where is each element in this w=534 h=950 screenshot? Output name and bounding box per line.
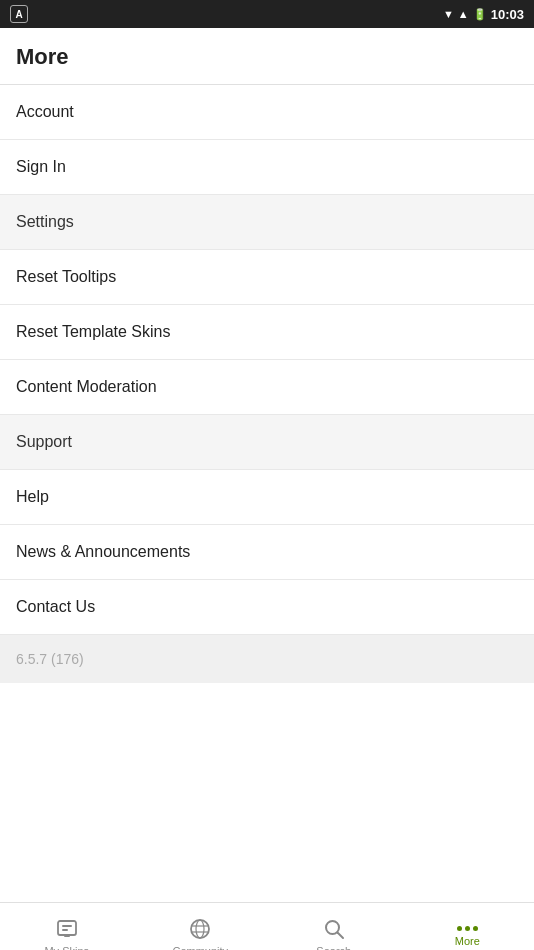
nav-label-search: Search: [316, 945, 351, 951]
menu-item-help[interactable]: Help: [0, 470, 534, 525]
menu-item-support[interactable]: Support: [0, 415, 534, 470]
nav-label-more: More: [455, 935, 480, 947]
status-time: 10:03: [491, 7, 524, 22]
nav-item-my-skins[interactable]: My Skins: [0, 903, 134, 950]
menu-item-content-moderation[interactable]: Content Moderation: [0, 360, 534, 415]
svg-rect-2: [62, 929, 68, 931]
status-bar-right: ▼ ▲ 🔋 10:03: [443, 7, 524, 22]
nav-label-my-skins: My Skins: [44, 945, 89, 951]
svg-point-5: [196, 920, 204, 938]
menu-item-reset-template-skins[interactable]: Reset Template Skins: [0, 305, 534, 360]
menu-list: Account Sign In Settings Reset Tooltips …: [0, 85, 534, 902]
menu-item-news-announcements[interactable]: News & Announcements: [0, 525, 534, 580]
main-content: More Account Sign In Settings Reset Tool…: [0, 28, 534, 902]
community-icon: [188, 917, 212, 941]
svg-point-4: [191, 920, 209, 938]
signal-icon: ▲: [458, 8, 469, 20]
bottom-nav: My Skins Community Search More: [0, 902, 534, 950]
menu-item-account[interactable]: Account: [0, 85, 534, 140]
page-title: More: [0, 28, 534, 85]
version-section: 6.5.7 (176): [0, 635, 534, 683]
a-icon: A: [10, 5, 28, 23]
nav-item-community[interactable]: Community: [134, 903, 268, 950]
nav-item-search[interactable]: Search: [267, 903, 401, 950]
status-bar-left: A: [10, 5, 28, 23]
menu-item-reset-tooltips[interactable]: Reset Tooltips: [0, 250, 534, 305]
version-text: 6.5.7 (176): [16, 651, 84, 667]
more-dots-icon: [457, 926, 478, 931]
search-icon: [322, 917, 346, 941]
battery-icon: 🔋: [473, 8, 487, 21]
wifi-icon: ▼: [443, 8, 454, 20]
svg-rect-3: [64, 934, 70, 937]
nav-item-more[interactable]: More: [401, 903, 535, 950]
menu-item-sign-in[interactable]: Sign In: [0, 140, 534, 195]
svg-rect-0: [58, 921, 76, 935]
svg-line-9: [337, 932, 343, 938]
menu-item-contact-us[interactable]: Contact Us: [0, 580, 534, 635]
status-bar: A ▼ ▲ 🔋 10:03: [0, 0, 534, 28]
menu-item-settings[interactable]: Settings: [0, 195, 534, 250]
svg-rect-1: [62, 925, 72, 927]
nav-label-community: Community: [172, 945, 228, 951]
my-skins-icon: [55, 917, 79, 941]
